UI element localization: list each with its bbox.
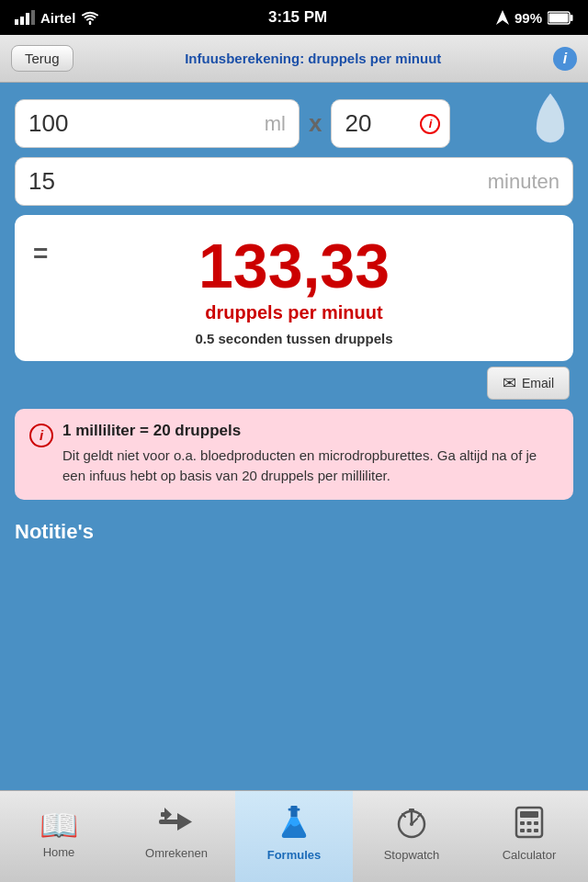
email-icon: ✉	[503, 373, 516, 393]
svg-rect-1	[20, 17, 24, 25]
water-drop-decoration	[527, 92, 573, 152]
notities-title: Notitie's	[15, 520, 94, 543]
stopwatch-icon	[395, 806, 428, 843]
svg-point-18	[410, 822, 413, 826]
tab-home-label: Home	[43, 845, 75, 859]
nav-bar: Terug Infuusberekening: druppels per min…	[0, 35, 588, 83]
tab-omrekenen[interactable]: Omrekenen	[118, 791, 235, 882]
info-circle-icon: i	[29, 424, 53, 447]
minutes-value: 15	[28, 167, 55, 196]
email-button[interactable]: ✉ Email	[487, 367, 570, 400]
svg-rect-7	[549, 13, 569, 22]
signal-icon	[15, 10, 35, 25]
drops-info-icon[interactable]: i	[420, 114, 440, 134]
status-time: 3:15 PM	[268, 8, 327, 27]
tab-calculator[interactable]: Calculator	[470, 791, 588, 882]
tab-omrekenen-label: Omrekenen	[145, 846, 208, 860]
result-label: druppels per minuut	[205, 302, 382, 323]
drops-input-box[interactable]: 20 i	[331, 99, 450, 148]
svg-rect-27	[527, 829, 532, 832]
svg-rect-28	[534, 829, 538, 832]
input-row-2: 15 minuten	[15, 157, 573, 206]
svg-rect-25	[534, 821, 538, 825]
svg-rect-13	[288, 808, 300, 811]
info-normal-text: Dit geldt niet voor o.a. bloedproducten …	[62, 446, 559, 487]
ml-value: 100	[28, 109, 68, 138]
info-box-pink: i 1 milliliter = 20 druppels Dit geldt n…	[15, 409, 573, 500]
status-right: 99%	[496, 10, 573, 26]
tab-stopwatch-label: Stopwatch	[384, 848, 440, 862]
battery-icon	[548, 11, 573, 25]
status-bar: Airtel 3:15 PM 99%	[0, 0, 588, 35]
svg-marker-11	[164, 808, 172, 821]
svg-rect-26	[520, 829, 525, 832]
minutes-unit: minuten	[488, 170, 560, 194]
wifi-icon	[81, 11, 99, 25]
carrier-label: Airtel	[40, 10, 75, 26]
svg-rect-24	[527, 821, 532, 825]
tab-formules-label: Formules	[267, 848, 322, 862]
svg-rect-12	[290, 806, 297, 818]
minutes-input-box[interactable]: 15 minuten	[15, 157, 573, 206]
svg-rect-6	[571, 15, 573, 21]
info-text-container: 1 milliliter = 20 druppels Dit geldt nie…	[62, 422, 559, 487]
home-icon: 📖	[40, 809, 78, 841]
drops-value: 20	[345, 109, 371, 138]
equals-sign: =	[33, 241, 48, 266]
svg-marker-4	[496, 10, 509, 25]
tab-formules[interactable]: Formules	[235, 791, 353, 882]
multiply-sign: x	[309, 109, 322, 138]
result-sub: 0.5 seconden tussen druppels	[195, 331, 392, 346]
svg-rect-22	[520, 811, 538, 818]
svg-marker-9	[177, 813, 192, 831]
svg-rect-2	[26, 13, 29, 25]
omrekenen-icon	[159, 808, 194, 842]
back-button[interactable]: Terug	[11, 45, 74, 72]
tab-stopwatch[interactable]: Stopwatch	[353, 791, 470, 882]
tab-bar: 📖 Home Omrekenen Formules	[0, 790, 588, 882]
result-box: = 133,33 druppels per minuut 0.5 seconde…	[15, 215, 573, 361]
email-row: ✉ Email	[15, 367, 573, 400]
result-number: 133,33	[198, 232, 390, 300]
main-content: 100 ml x 20 i 15 minuten = 133,33 druppe…	[0, 83, 588, 511]
email-label: Email	[522, 376, 554, 390]
notities-section: Notitie's	[0, 511, 588, 549]
battery-percent: 99%	[514, 10, 542, 26]
nav-title: Infuusberekening: druppels per minuut	[83, 51, 544, 66]
status-left: Airtel	[15, 10, 99, 26]
ml-unit: ml	[265, 112, 286, 136]
formules-flask-icon	[277, 806, 311, 843]
svg-rect-23	[520, 821, 525, 825]
location-icon	[496, 10, 509, 25]
input-row-1: 100 ml x 20 i	[15, 99, 573, 148]
ml-input-box[interactable]: 100 ml	[15, 99, 300, 148]
tab-home[interactable]: 📖 Home	[0, 791, 118, 882]
info-nav-icon[interactable]: i	[553, 47, 577, 71]
calculator-icon	[514, 806, 544, 843]
tab-calculator-label: Calculator	[503, 848, 557, 862]
svg-rect-15	[409, 808, 414, 812]
svg-rect-3	[31, 10, 35, 25]
svg-rect-0	[15, 19, 18, 25]
info-bold-line: 1 milliliter = 20 druppels	[62, 422, 559, 440]
